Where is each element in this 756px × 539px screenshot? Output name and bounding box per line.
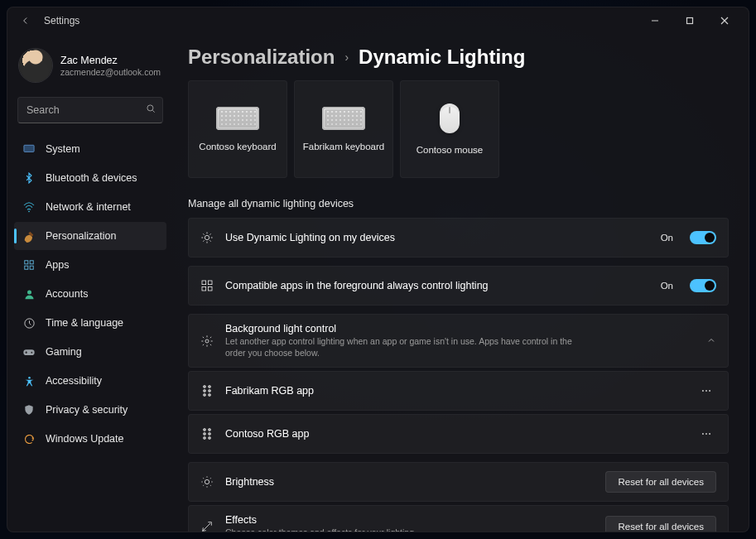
svg-point-12 xyxy=(31,352,32,354)
more-icon xyxy=(701,385,712,397)
row-brightness: Brightness Reset for all devices xyxy=(188,462,729,502)
expander-background-light: Background light control Let another app… xyxy=(188,314,729,368)
more-button[interactable] xyxy=(696,424,716,444)
expander-header[interactable]: Background light control Let another app… xyxy=(188,314,729,368)
row-title: Effects xyxy=(225,514,594,526)
svg-point-28 xyxy=(709,390,710,392)
sidebar-item-label: Bluetooth & devices xyxy=(46,172,137,184)
sidebar-item-accessibility[interactable]: Accessibility xyxy=(14,367,166,395)
svg-point-9 xyxy=(27,290,31,294)
svg-point-26 xyxy=(702,390,704,392)
sidebar-item-system[interactable]: System xyxy=(14,135,166,163)
toggle-use-dl[interactable] xyxy=(690,231,716,244)
svg-point-4 xyxy=(28,210,30,212)
svg-point-35 xyxy=(702,433,704,435)
search-input[interactable] xyxy=(17,97,163,123)
device-card[interactable]: Contoso mouse xyxy=(400,80,499,178)
row-subtitle: Let another app control lighting when an… xyxy=(225,335,573,359)
breadcrumb-parent[interactable]: Personalization xyxy=(188,46,335,69)
svg-point-38 xyxy=(205,480,209,484)
mouse-icon xyxy=(440,103,460,133)
arrow-left-icon xyxy=(20,15,31,26)
profile-block[interactable]: Zac Mendez zacmendez@outlook.com xyxy=(14,41,166,94)
svg-point-33 xyxy=(204,437,205,439)
svg-rect-16 xyxy=(208,281,212,285)
sidebar-item-network[interactable]: Network & internet xyxy=(14,193,166,221)
sidebar-item-label: Accounts xyxy=(46,288,88,300)
accounts-icon xyxy=(22,287,36,301)
close-icon xyxy=(720,17,729,25)
svg-rect-8 xyxy=(30,266,33,269)
privacy-icon xyxy=(22,403,36,416)
svg-point-32 xyxy=(209,433,210,435)
device-card[interactable]: Fabrikam keyboard xyxy=(294,80,393,178)
device-cards: Contoso keyboardFabrikam keyboardContoso… xyxy=(188,80,729,178)
time-icon xyxy=(22,316,36,330)
gear-icon xyxy=(200,334,214,348)
accessibility-icon xyxy=(22,374,36,387)
maximize-button[interactable] xyxy=(672,9,707,32)
lightbulb-icon xyxy=(200,231,214,244)
sidebar-item-personalization[interactable]: Personalization xyxy=(14,222,166,250)
sidebar-item-label: Time & language xyxy=(46,317,123,329)
sidebar-item-time[interactable]: Time & language xyxy=(14,309,166,337)
reset-effects-button[interactable]: Reset for all devices xyxy=(605,516,716,532)
chevron-right-icon: › xyxy=(344,51,349,64)
svg-rect-6 xyxy=(30,261,33,264)
back-button[interactable] xyxy=(14,9,37,32)
avatar xyxy=(19,49,52,82)
svg-point-21 xyxy=(209,386,210,387)
device-label: Contoso keyboard xyxy=(199,142,276,152)
drag-handle-icon[interactable] xyxy=(200,384,214,397)
sidebar-item-label: System xyxy=(46,143,80,155)
close-button[interactable] xyxy=(707,9,742,32)
keyboard-icon xyxy=(322,107,365,130)
row-use-dynamic-lighting: Use Dynamic Lighting on my devices On xyxy=(188,218,729,257)
apps-icon xyxy=(22,258,36,272)
drag-handle-icon[interactable] xyxy=(200,427,214,440)
minimize-icon xyxy=(651,17,659,25)
sidebar-item-update[interactable]: Windows Update xyxy=(14,425,166,453)
row-compatible-apps: Compatible apps in the foreground always… xyxy=(188,266,729,306)
page-title: Dynamic Lighting xyxy=(359,46,525,69)
more-button[interactable] xyxy=(696,381,716,401)
breadcrumb: Personalization › Dynamic Lighting xyxy=(188,46,729,69)
row-effects: Effects Choose color themes and effects … xyxy=(188,505,729,532)
sidebar-item-bluetooth[interactable]: Bluetooth & devices xyxy=(14,164,166,192)
svg-point-24 xyxy=(204,394,205,396)
toggle-compat[interactable] xyxy=(690,279,716,292)
sidebar-item-label: Apps xyxy=(46,259,70,271)
sidebar-item-gaming[interactable]: Gaming xyxy=(14,338,166,366)
sidebar-item-label: Privacy & security xyxy=(46,404,128,416)
section-label: Manage all dynamic lighting devices xyxy=(188,198,729,209)
device-label: Contoso mouse xyxy=(417,145,484,155)
network-icon xyxy=(22,200,36,214)
user-email: zacmendez@outlook.com xyxy=(60,67,161,77)
svg-point-30 xyxy=(209,429,210,431)
device-card[interactable]: Contoso keyboard xyxy=(188,80,287,178)
sidebar-item-label: Network & internet xyxy=(46,201,131,213)
row-title: Compatible apps in the foreground always… xyxy=(225,280,649,291)
content: Personalization › Dynamic Lighting Conto… xyxy=(173,34,749,532)
maximize-icon xyxy=(686,17,694,25)
svg-rect-7 xyxy=(25,266,28,269)
svg-point-36 xyxy=(705,433,707,435)
row-title: Use Dynamic Lighting on my devices xyxy=(225,232,649,243)
system-icon xyxy=(22,142,36,156)
keyboard-icon xyxy=(216,107,259,130)
personalization-icon xyxy=(22,229,36,243)
svg-point-34 xyxy=(209,437,210,439)
sidebar-item-accounts[interactable]: Accounts xyxy=(14,280,166,308)
svg-rect-17 xyxy=(202,286,206,291)
search-icon xyxy=(145,103,156,118)
svg-point-13 xyxy=(28,376,31,378)
toggle-state: On xyxy=(661,281,673,291)
sidebar-item-apps[interactable]: Apps xyxy=(14,251,166,279)
minimize-button[interactable] xyxy=(638,9,672,32)
bluetooth-icon xyxy=(22,171,36,185)
sidebar-item-privacy[interactable]: Privacy & security xyxy=(14,396,166,424)
svg-point-14 xyxy=(205,235,209,239)
chevron-up-icon xyxy=(706,334,716,349)
user-name: Zac Mendez xyxy=(60,55,161,67)
reset-brightness-button[interactable]: Reset for all devices xyxy=(605,471,716,493)
